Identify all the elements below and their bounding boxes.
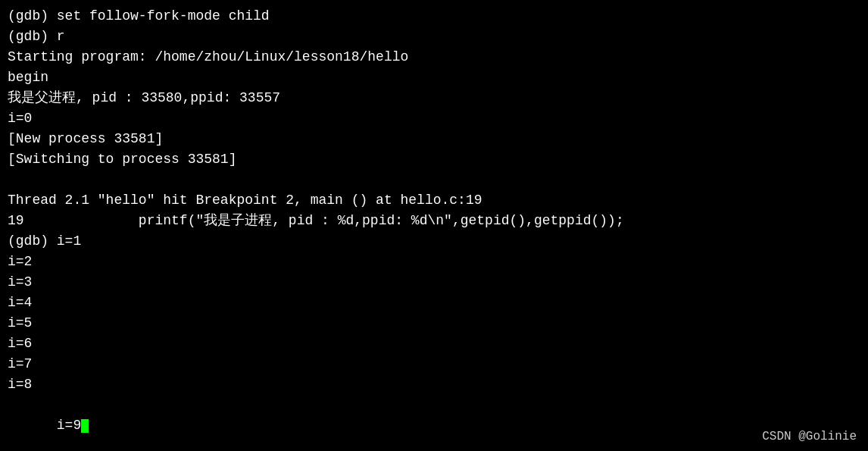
terminal-window: (gdb) set follow-fork-mode child (gdb) r… [0,0,868,451]
terminal-line: i=7 [8,354,860,374]
watermark: CSDN @Golinie [762,430,857,443]
terminal-line: 我是父进程, pid : 33580,ppid: 33557 [8,88,860,108]
terminal-line: (gdb) i=1 [8,231,860,252]
terminal-line: i=2 [8,252,860,272]
terminal-cursor [81,419,89,433]
terminal-line: i=8 [8,374,860,395]
terminal-line: [New process 33581] [8,129,860,149]
terminal-line: (gdb) set follow-fork-mode child [8,6,860,27]
terminal-output: (gdb) set follow-fork-mode child (gdb) r… [8,6,860,451]
terminal-line: Starting program: /home/zhou/Linux/lesso… [8,47,860,67]
terminal-line: i=6 [8,334,860,354]
terminal-last-line: i=9 [8,395,860,451]
terminal-line: [Switching to process 33581] [8,149,860,170]
terminal-line: i=0 [8,108,860,129]
terminal-line: i=4 [8,293,860,313]
terminal-line: Thread 2.1 "hello" hit Breakpoint 2, mai… [8,190,860,211]
terminal-line: 19 printf("我是子进程, pid : %d,ppid: %d\n",g… [8,211,860,231]
terminal-line: begin [8,67,860,88]
terminal-line: (gdb) r [8,27,860,47]
terminal-line-empty [8,170,860,190]
terminal-line: i=5 [8,313,860,334]
terminal-line: i=3 [8,272,860,293]
